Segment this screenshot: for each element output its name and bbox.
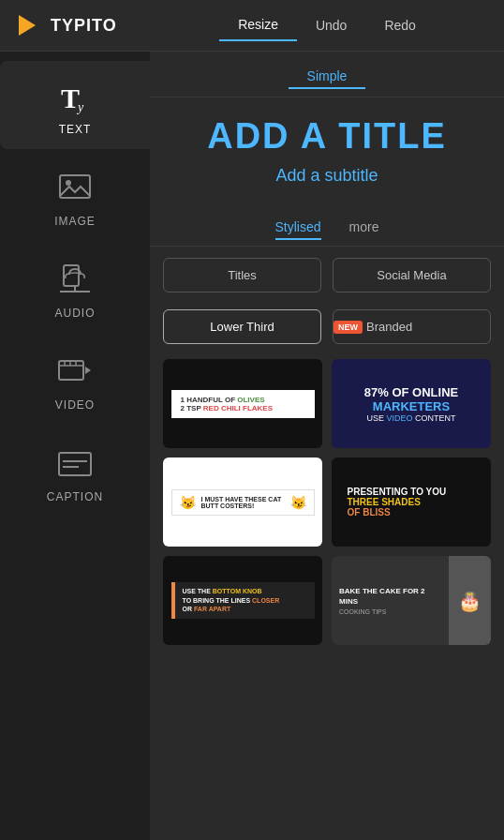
template-3-emoji-left: 😼 xyxy=(180,495,196,510)
template-3-emoji-right: 😼 xyxy=(290,495,306,510)
category-titles-button[interactable]: Titles xyxy=(163,258,321,292)
category-lower-third-button[interactable]: Lower Third xyxy=(163,309,321,344)
svg-rect-3 xyxy=(60,175,90,198)
style-tabs: Stylised more xyxy=(150,210,504,247)
tab-stylised[interactable]: Stylised xyxy=(275,219,321,240)
template-1-line2: 2 TSP RED CHILI FLAKES xyxy=(181,404,305,412)
template-card-3[interactable]: 😼 I MUST HAVE THESE CAT BUTT COSTERS! 😼 xyxy=(163,458,322,547)
category-row-1: Titles Social Media xyxy=(150,247,504,298)
sidebar-subtitle-label: CAPTION xyxy=(47,490,103,503)
sidebar: T y TEXT IMAGE AUDIO xyxy=(0,52,150,840)
tab-more[interactable]: more xyxy=(349,219,379,240)
image-icon xyxy=(56,170,94,207)
template-5-line3: OR FAR APART xyxy=(183,605,307,614)
template-2-line2: USE VIDEO CONTENT xyxy=(337,413,485,423)
video-icon xyxy=(56,353,94,391)
preview-area: ADD A TITLE Add a subtitle xyxy=(150,98,504,210)
sidebar-item-text[interactable]: T y TEXT xyxy=(0,61,150,149)
sidebar-item-subtitle[interactable]: CAPTION xyxy=(0,428,150,517)
logo-icon xyxy=(15,11,43,39)
sidebar-text-label: TEXT xyxy=(59,123,92,136)
template-5-content: USE THE BOTTOM KNOB TO BRING THE LINES C… xyxy=(171,582,315,619)
svg-marker-0 xyxy=(19,15,36,36)
template-card-6[interactable]: BAKE THE CAKE FOR 2 MINS COOKING TIPS 🎂 xyxy=(332,556,491,645)
template-5-line1: USE THE BOTTOM KNOB xyxy=(183,587,307,596)
logo-text: TYPITO xyxy=(51,16,117,36)
svg-rect-15 xyxy=(59,453,91,475)
title-preview[interactable]: ADD A TITLE xyxy=(207,116,447,157)
subtitle-icon xyxy=(56,445,94,483)
text-icon: T y xyxy=(56,78,94,115)
svg-text:y: y xyxy=(76,100,84,114)
audio-icon xyxy=(56,262,94,299)
template-card-2[interactable]: 87% OF ONLINE MARKETERS USE VIDEO CONTEN… xyxy=(332,359,491,448)
template-3-text: I MUST HAVE THESE CAT BUTT COSTERS! xyxy=(201,496,285,509)
svg-marker-14 xyxy=(85,367,91,374)
resize-button[interactable]: Resize xyxy=(219,9,297,41)
template-4-line2: THREE SHADES xyxy=(348,497,476,507)
template-6-text-area: BAKE THE CAKE FOR 2 MINS COOKING TIPS xyxy=(332,556,449,645)
category-social-media-button[interactable]: Social Media xyxy=(333,258,491,292)
template-6-text: BAKE THE CAKE FOR 2 MINS xyxy=(339,586,441,607)
nav-buttons: Resize Undo Redo xyxy=(150,9,504,41)
template-4-line3: OF BLISS xyxy=(348,507,476,518)
template-1-content: 1 HANDFUL OF OLIVES 2 TSP RED CHILI FLAK… xyxy=(171,390,315,418)
sidebar-image-label: IMAGE xyxy=(54,215,96,228)
undo-button[interactable]: Undo xyxy=(297,10,365,40)
template-card-5[interactable]: USE THE BOTTOM KNOB TO BRING THE LINES C… xyxy=(163,556,322,645)
tab-simple[interactable]: Simple xyxy=(289,65,366,89)
sidebar-video-label: VIDEO xyxy=(55,398,95,412)
redo-button[interactable]: Redo xyxy=(365,10,434,40)
sidebar-audio-label: AUDIO xyxy=(54,307,95,320)
category-branded-button[interactable]: NEWBranded xyxy=(333,309,491,344)
template-1-line1: 1 HANDFUL OF OLIVES xyxy=(181,396,305,404)
template-5-line2: TO BRING THE LINES CLOSER xyxy=(183,596,307,606)
subtitle-preview[interactable]: Add a subtitle xyxy=(275,166,378,186)
template-4-line1: PRESENTING TO YOU xyxy=(348,487,476,497)
sidebar-item-audio[interactable]: AUDIO xyxy=(0,245,150,333)
template-4-content: PRESENTING TO YOU THREE SHADES OF BLISS xyxy=(340,482,483,522)
svg-text:T: T xyxy=(61,82,80,113)
main-content: Simple ADD A TITLE Add a subtitle Stylis… xyxy=(150,52,504,840)
new-badge: NEW xyxy=(334,321,363,334)
sidebar-item-image[interactable]: IMAGE xyxy=(0,153,150,241)
template-card-1[interactable]: 1 HANDFUL OF OLIVES 2 TSP RED CHILI FLAK… xyxy=(163,359,322,448)
template-2-content: 87% OF ONLINE MARKETERS USE VIDEO CONTEN… xyxy=(332,380,491,428)
template-6-text-block: BAKE THE CAKE FOR 2 MINS COOKING TIPS xyxy=(339,586,441,615)
header: TYPITO Resize Undo Redo xyxy=(0,0,504,52)
template-6-label: COOKING TIPS xyxy=(339,608,441,615)
template-6-image: 🎂 xyxy=(449,556,491,645)
template-grid: 1 HANDFUL OF OLIVES 2 TSP RED CHILI FLAK… xyxy=(150,350,504,654)
logo-area: TYPITO xyxy=(0,11,150,39)
svg-point-4 xyxy=(66,180,71,186)
sidebar-item-video[interactable]: VIDEO xyxy=(0,337,150,425)
tab-bar: Simple xyxy=(150,52,504,98)
template-card-4[interactable]: PRESENTING TO YOU THREE SHADES OF BLISS xyxy=(332,458,491,547)
svg-rect-8 xyxy=(59,361,83,380)
template-3-content: 😼 I MUST HAVE THESE CAT BUTT COSTERS! 😼 xyxy=(171,489,315,516)
category-row-2: Lower Third NEWBranded xyxy=(150,298,504,350)
template-2-line1: 87% OF ONLINE MARKETERS xyxy=(337,385,485,413)
